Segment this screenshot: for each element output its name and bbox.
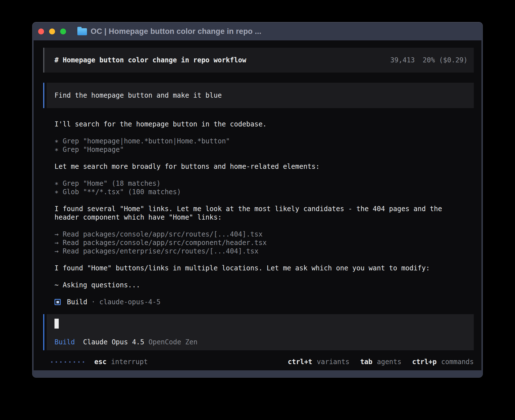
spinner-dot [74,361,75,363]
transcript-line: ∗ Grep "homepage|home.*button|Home.*butt… [54,137,474,145]
agent-model: claude-opus-4-5 [99,298,161,306]
input-status-line: Build Claude Opus 4.5 OpenCode Zen [54,338,468,346]
transcript-line [54,196,474,205]
transcript-line: Let me search more broadly for buttons a… [54,162,474,171]
agent-name: Build [67,298,87,306]
shortcut-label: commands [441,358,474,366]
input-model-label: Claude Opus 4.5 [83,338,144,346]
spinner-dot [56,361,57,363]
status-bar-shortcuts: ctrl+tvariantstabagentsctrl+pcommands [288,358,474,366]
transcript-line: I found "Home" buttons/links in multiple… [54,264,474,272]
shortcut-key: ctrl+p [412,358,437,366]
shortcut-key: tab [360,358,372,366]
spinner-dot [60,361,62,363]
input-agent-label: Build [54,338,75,346]
session-header: # Homepage button color change in repo w… [43,48,474,73]
shortcut-commands: ctrl+pcommands [412,358,474,366]
spinner-dot [69,361,71,363]
minimize-button[interactable] [49,29,55,34]
transcript-line: ~ Asking questions... [54,281,474,289]
terminal-content: # Homepage button color change in repo w… [34,40,481,370]
spinner-dot [51,361,53,363]
status-bar-left: esc interrupt [51,358,148,366]
transcript-line [54,222,474,230]
shortcut-variants: ctrl+tvariants [288,358,349,366]
title-group: OC | Homepage button color change in rep… [77,27,261,36]
shortcut-agents: tabagents [360,358,401,366]
terminal-window: OC | Homepage button color change in rep… [32,22,483,378]
transcript-line: ∗ Grep "Homepage" [54,145,474,154]
transcript-line [54,272,474,281]
agent-status-row: Build · claude-opus-4-5 [54,298,474,306]
shortcut-label: variants [317,358,350,366]
context-usage: 20% ($0.29) [423,56,468,64]
session-stats: 39,413 20% ($0.29) [390,56,468,64]
transcript-line: → Read packages/console/app/src/routes/[… [54,230,474,239]
shortcut-key: ctrl+t [288,358,312,366]
prompt-input[interactable]: Build Claude Opus 4.5 OpenCode Zen [47,314,474,350]
transcript-line: header component which have "Home" links… [54,213,474,222]
transcript-line [54,255,474,264]
transcript-line: ∗ Glob "**/*.tsx" (100 matches) [54,188,474,196]
transcript-line [54,154,474,162]
spinner-dot [65,361,66,363]
spinner-dots [51,361,84,363]
traffic-lights [38,29,66,34]
zoom-button[interactable] [60,29,66,34]
status-bar: esc interrupt ctrl+tvariantstabagentsctr… [43,358,474,366]
input-provider-label: OpenCode Zen [149,338,197,346]
text-cursor-block [54,319,59,329]
window-title: OC | Homepage button color change in rep… [91,27,261,36]
token-count: 39,413 [390,56,415,64]
session-title: # Homepage button color change in repo w… [54,56,246,64]
spinner-dot [78,361,80,363]
transcript-line: ∗ Grep "Home" (18 matches) [54,179,474,188]
agent-icon [54,299,61,305]
transcript-line: I'll search for the homepage button in t… [54,120,474,128]
user-message-text: Find the homepage button and make it blu… [54,91,222,99]
title-bar[interactable]: OC | Homepage button color change in rep… [32,22,483,40]
esc-key-label: esc [94,358,106,366]
folder-icon [77,28,87,35]
transcript-line: → Read packages/console/app/src/componen… [54,239,474,247]
agent-separator: · [91,298,95,306]
transcript: I'll search for the homepage button in t… [54,120,474,289]
agent-icon-inner [56,301,59,303]
user-message-panel: Find the homepage button and make it blu… [47,83,474,108]
spinner-dot [83,361,84,363]
close-button[interactable] [38,29,44,34]
interrupt-label: interrupt [111,358,148,366]
shortcut-label: agents [377,358,401,366]
transcript-line [54,128,474,137]
transcript-line: → Read packages/enterprise/src/routes/[.… [54,247,474,255]
transcript-line [54,171,474,179]
transcript-line: I found several "Home" links. Let me loo… [54,205,474,213]
